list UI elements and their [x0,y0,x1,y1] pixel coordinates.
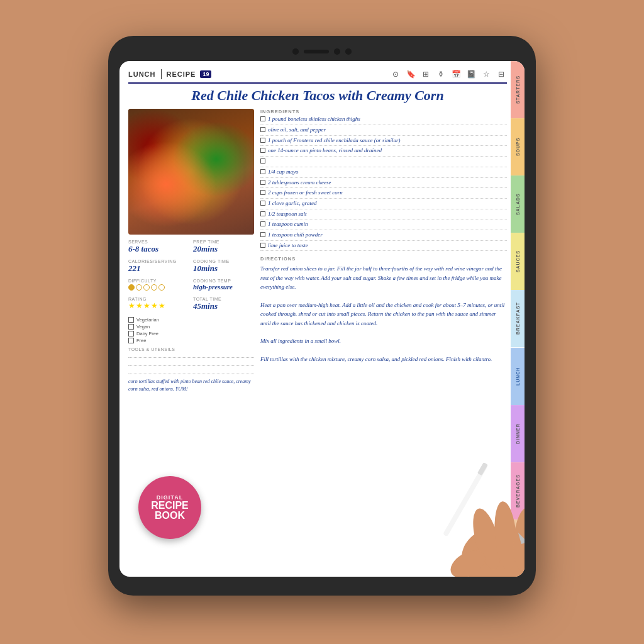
dairyfree-checkbox[interactable] [128,331,134,336]
vegan-label: Vegan [136,324,150,330]
free-checkbox[interactable] [128,338,134,343]
ingredient-text-7: 2 tablespoons cream cheese [268,179,331,187]
total-time-stat: TOTAL TIME 45mins [193,297,254,311]
recipe-description-block: corn tortillas stuffed with pinto bean r… [128,378,254,393]
page-header: LUNCH RECIPE 19 ⊙ 🔖 ⊞ ⚱ 📅 📓 ☆ ⊟ [128,69,507,84]
ingredient-cb-13[interactable] [260,243,265,248]
ingredient-text-6: 1/4 cup mayo [268,169,299,176]
tool-line-3 [128,368,254,374]
side-tabs: STARTERS SOUPS SALADS SAUCES BREAKFAST L… [511,61,525,577]
ingredients-label: INGREDIENTS [260,109,507,114]
header-icons: ⊙ 🔖 ⊞ ⚱ 📅 📓 ☆ ⊟ [390,69,507,80]
front-camera [292,48,299,55]
ingredient-2: olive oil, salt, and pepper [260,126,507,136]
dairyfree-row: Dairy Free [128,331,254,336]
ingredient-cb-1[interactable] [260,116,265,121]
vegetarian-row: Vegetarian [128,317,254,323]
total-time-value: 45mins [193,301,254,311]
ingredient-text-9: 1 clove garlic, grated [268,200,316,208]
vegetarian-checkbox[interactable] [128,317,134,323]
tab-soups[interactable]: SOUPS [511,118,525,175]
diff-3 [143,284,150,291]
ingredient-text-10: 1/2 teaspoon salt [268,211,307,218]
tablet-screen: STARTERS SOUPS SALADS SAUCES BREAKFAST L… [119,61,525,577]
grid-icon[interactable]: ⊞ [420,69,431,80]
difficulty-stat: DIFFICULTY [128,279,189,292]
tablet-device: STARTERS SOUPS SALADS SAUCES BREAKFAST L… [108,36,536,596]
tools-label: TOOLS & UTENSILS [128,347,254,352]
compass-icon[interactable]: ⊙ [390,69,401,80]
ingredient-cb-8[interactable] [260,190,265,195]
serves-label: SERVES [128,240,189,244]
star-5: ★ [158,301,165,310]
tablet-sensor [304,50,329,53]
ingredient-cb-11[interactable] [260,221,265,226]
tab-breakfast[interactable]: BREAKFAST [511,290,525,347]
ingredient-5 [260,158,507,167]
ingredient-6: 1/4 cup mayo [260,169,507,178]
star-3: ★ [143,301,150,310]
tab-sauces[interactable]: SAUCES [511,233,525,290]
tools-section: TOOLS & UTENSILS [128,347,254,374]
ingredient-text-5 [268,158,269,165]
notebook-icon[interactable]: 📓 [465,69,477,80]
ingredient-text-13: lime juice to taste [268,242,308,250]
ingredient-13: lime juice to taste [260,242,507,252]
vegan-row: Vegan [128,324,254,330]
header-divider [161,69,162,79]
free-label: Free [136,338,146,343]
tab-starters[interactable]: STARTERS [511,61,525,118]
tab-salads[interactable]: SALADS [511,175,525,233]
taco-image-overlay [128,109,254,235]
total-time-label: TOTAL TIME [193,297,254,301]
ingredient-text-4: one 14-ounce can pinto beans, rinsed and… [268,147,382,155]
bookmark-icon[interactable]: 🔖 [405,69,416,80]
cooking-time-stat: COOKING TIME 10mins [193,259,254,274]
tab-beverages[interactable]: BEVERAGES [511,462,525,519]
ingredient-cb-5[interactable] [260,158,265,164]
ingredient-cb-3[interactable] [260,138,265,143]
vegan-checkbox[interactable] [128,324,134,330]
ingredient-cb-10[interactable] [260,211,265,216]
two-column-layout: SERVES 6-8 tacos PREP TIME 20mins CALORI… [128,109,507,393]
ingredient-1: 1 pound boneless skinless chicken thighs [260,116,507,125]
recipe-number: 19 [200,70,211,78]
ingredient-cb-9[interactable] [260,201,265,206]
serves-value: 6-8 tacos [128,244,189,254]
star-icon[interactable]: ☆ [480,69,492,80]
difficulty-label: DIFFICULTY [128,279,189,283]
ingredient-text-8: 2 cups frozen or fresh sweet corn [268,189,343,197]
recipe-image [128,109,254,235]
left-column: SERVES 6-8 tacos PREP TIME 20mins CALORI… [128,109,254,393]
table-icon[interactable]: ⊟ [496,69,507,80]
ingredient-7: 2 tablespoons cream cheese [260,179,507,189]
ingredient-cb-7[interactable] [260,180,265,185]
ingredient-cb-12[interactable] [260,232,265,237]
cooking-temp-stat: COOKING TEMP high-pressure [193,279,254,292]
tab-lunch[interactable]: LUNCH [511,348,525,405]
digital-recipe-book-badge: DIGITAL RECIPE BOOK [138,476,201,539]
tablet-camera-bar [119,47,525,56]
ingredient-cb-6[interactable] [260,169,265,174]
dairyfree-label: Dairy Free [136,331,158,336]
serves-stat: SERVES 6-8 tacos [128,240,189,254]
cooking-temp-value: high-pressure [193,283,254,291]
calories-value: 221 [128,264,189,274]
tool-line-1 [128,352,254,358]
prep-time-label: PREP TIME [193,240,254,244]
ingredient-12: 1 teaspoon chili powder [260,231,507,241]
recipe-title: Red Chile Chicken Tacos with Creamy Corn [128,87,507,104]
tab-dinner[interactable]: DINNER [511,405,525,462]
ingredient-cb-4[interactable] [260,148,265,153]
ingredient-8: 2 cups frozen or fresh sweet corn [260,189,507,199]
jar-icon[interactable]: ⚱ [435,69,447,80]
ingredient-cb-2[interactable] [260,127,265,132]
tab-df[interactable]: DF [511,519,525,577]
prep-time-value: 20mins [193,244,254,254]
calendar-icon[interactable]: 📅 [450,69,462,80]
ingredients-list: 1 pound boneless skinless chicken thighs… [260,116,507,251]
diff-2 [136,284,142,291]
directions-label: DIRECTIONS [260,256,507,262]
ingredient-4: one 14-ounce can pinto beans, rinsed and… [260,147,507,157]
rating-label: RATING [128,297,189,301]
